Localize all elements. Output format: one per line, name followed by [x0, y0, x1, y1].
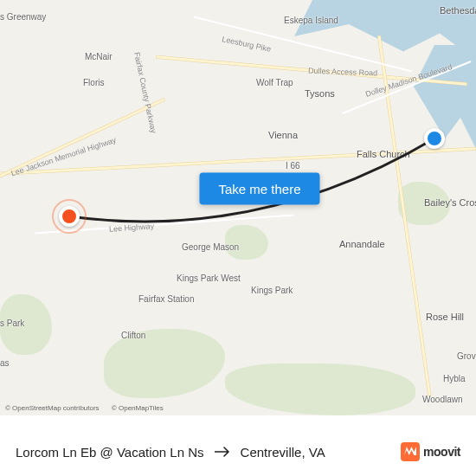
moovit-logo[interactable]: moovit [401, 442, 460, 461]
place-label: Falls Church [357, 149, 410, 159]
place-label: as [0, 358, 10, 368]
place-label: Kings Park West [177, 273, 241, 283]
route-description: Lorcom Ln Eb @ Vacation Ln Ns Centrevill… [16, 445, 325, 460]
take-me-there-button[interactable]: Take me there [199, 173, 319, 205]
attribution-osm[interactable]: © OpenStreetMap contributors [5, 404, 100, 412]
map-attribution: © OpenStreetMap contributors © OpenMapTi… [5, 404, 174, 412]
moovit-wordmark: moovit [423, 445, 460, 459]
attribution-tiles[interactable]: © OpenMapTiles [112, 404, 164, 412]
place-label: Vienna [268, 130, 298, 140]
place-label: George Mason [182, 242, 239, 252]
moovit-icon [401, 442, 420, 461]
place-label: McNair [85, 52, 113, 61]
place-label: Clifton [121, 331, 145, 340]
place-label: s Park [0, 318, 24, 328]
place-label: Grove [457, 351, 476, 361]
start-marker-icon[interactable] [424, 128, 445, 149]
place-label: Rose Hill [426, 312, 464, 322]
route-to: Centreville, VA [241, 445, 325, 460]
place-label: Bailey's Crossroads [424, 197, 476, 208]
footer-bar: Lorcom Ln Eb @ Vacation Ln Ns Centrevill… [0, 415, 476, 476]
place-label: Kings Park [251, 286, 293, 295]
place-label: Eskepa Island [284, 16, 338, 25]
place-label: Annandale [339, 239, 385, 249]
place-label: I 66 [286, 161, 300, 170]
place-label: Wolf Trap [256, 78, 293, 87]
map-container[interactable]: BethesdaEskepa IslandMcNairFlorisWolf Tr… [0, 0, 476, 415]
place-label: Fairfax Station [138, 294, 194, 304]
end-marker-icon[interactable] [59, 206, 80, 227]
place-label: s Greenway [0, 12, 46, 22]
place-label: Bethesda [440, 5, 476, 16]
route-from: Lorcom Ln Eb @ Vacation Ln Ns [16, 445, 204, 460]
place-label: Tysons [305, 88, 335, 99]
place-label: Woodlawn [422, 395, 463, 404]
place-label: Floris [83, 78, 104, 87]
place-label: Hybla [443, 374, 466, 383]
arrow-right-icon [215, 445, 230, 460]
park-area [225, 363, 415, 415]
